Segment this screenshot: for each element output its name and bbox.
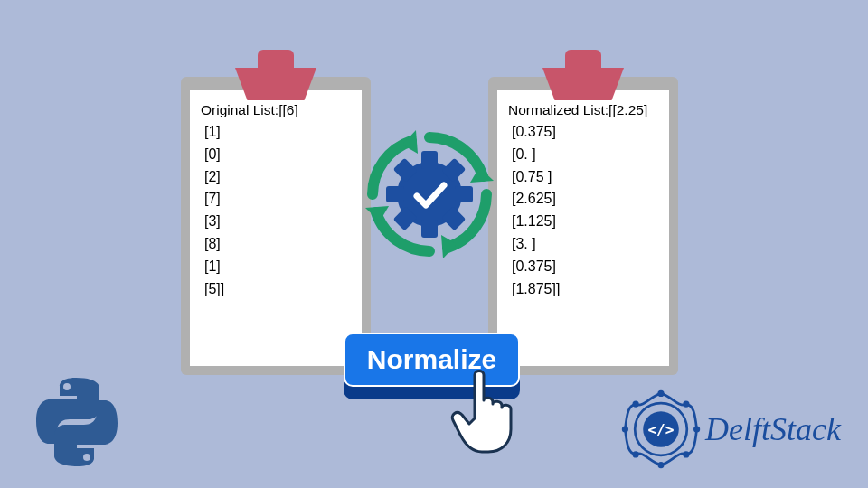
svg-rect-5 [421, 151, 438, 169]
normalized-line: [0.75 ] [508, 166, 658, 189]
svg-point-16 [657, 390, 664, 397]
cursor-hand-icon [448, 366, 529, 456]
clipboard-normalized: Normalized List:[[2.25] [0.375] [0. ] [0… [488, 50, 678, 375]
original-line: [2] [201, 166, 351, 189]
svg-point-23 [633, 401, 639, 408]
delftstack-brand-text: DelftStack [705, 410, 841, 448]
svg-rect-6 [421, 220, 438, 238]
svg-point-14 [83, 454, 90, 461]
svg-text:</>: </> [647, 421, 674, 438]
svg-point-19 [683, 451, 689, 457]
normalized-header: Normalized List:[[2.25] [508, 99, 658, 121]
svg-rect-7 [386, 186, 404, 202]
delftstack-logo: </> DelftStack [620, 389, 841, 470]
python-logo-icon [27, 372, 127, 472]
original-line: [0] [201, 144, 351, 166]
original-line: [5]] [201, 278, 351, 301]
delftstack-badge-icon: </> [620, 389, 702, 470]
svg-point-13 [63, 383, 71, 390]
original-line: [3] [201, 211, 351, 233]
svg-point-18 [693, 426, 700, 432]
normalized-line: [1.125] [508, 211, 658, 233]
normalized-line: [2.625] [508, 188, 658, 211]
normalized-line: [0.375] [508, 256, 658, 278]
normalized-line: [1.875]] [508, 278, 658, 301]
svg-point-20 [657, 462, 664, 468]
original-line: [8] [201, 233, 351, 256]
clipboard-paper-original: Original List:[[6] [1] [0] [2] [7] [3] [… [190, 90, 362, 366]
normalized-line: [3. ] [508, 233, 658, 256]
clipboard-paper-normalized: Normalized List:[[2.25] [0.375] [0. ] [0… [497, 90, 669, 366]
svg-point-17 [683, 401, 689, 408]
cycle-gear-icon [362, 127, 497, 262]
svg-point-22 [622, 426, 628, 432]
clip-icon [235, 50, 316, 99]
original-line: [7] [201, 188, 351, 211]
normalized-line: [0. ] [508, 144, 658, 166]
clip-icon [542, 50, 624, 99]
svg-point-21 [633, 451, 639, 457]
svg-rect-8 [455, 186, 473, 202]
original-header: Original List:[[6] [201, 99, 351, 121]
clipboard-original: Original List:[[6] [1] [0] [2] [7] [3] [… [181, 50, 371, 375]
normalized-line: [0.375] [508, 121, 658, 144]
original-line: [1] [201, 121, 351, 144]
original-line: [1] [201, 256, 351, 278]
